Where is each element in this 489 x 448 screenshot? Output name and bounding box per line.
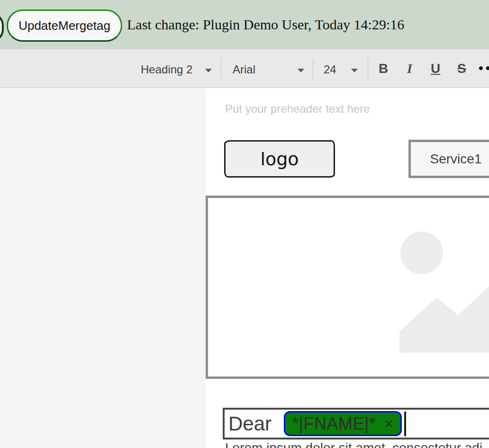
preheader-placeholder[interactable]: Put your preheader text here — [225, 102, 370, 116]
formatting-toolbar: Heading 2 Arial 24 B I U S •• — [0, 49, 489, 88]
greeting-text: Dear — [228, 414, 272, 434]
body-text[interactable]: Lorem ipsum dolor sit amet, consectetur … — [225, 440, 489, 448]
email-canvas: Put your preheader text here logo Servic… — [206, 88, 489, 448]
italic-button[interactable]: I — [407, 61, 412, 76]
update-mergetag-button[interactable]: UpdateMergetag — [7, 9, 122, 42]
toolbar-divider — [221, 58, 221, 79]
logo-placeholder-block[interactable]: logo — [224, 140, 335, 178]
text-cursor — [404, 412, 406, 436]
greeting-text-block[interactable]: Dear *|FNAME|* × — [223, 408, 489, 439]
toolbar-divider — [368, 58, 368, 79]
merge-tag-label: *|FNAME|* — [292, 415, 376, 432]
strikethrough-button[interactable]: S — [457, 61, 466, 76]
underline-button[interactable]: U — [431, 61, 440, 76]
toolbar-divider — [313, 58, 313, 79]
chevron-down-icon — [298, 69, 304, 72]
chevron-down-icon — [205, 69, 212, 72]
image-placeholder-icon — [208, 198, 489, 376]
last-change-text: Last change: Plugin Demo User, Today 14:… — [127, 0, 404, 49]
fname-merge-tag-chip[interactable]: *|FNAME|* × — [284, 411, 402, 436]
font-family-dropdown[interactable]: Arial — [233, 63, 255, 76]
chevron-down-icon — [351, 69, 358, 72]
email-editor-window: UpdateMergetag Last change: Plugin Demo … — [0, 0, 489, 448]
service1-button[interactable]: Service1 — [408, 140, 489, 178]
font-size-dropdown[interactable]: 24 — [324, 63, 336, 76]
status-bar: UpdateMergetag Last change: Plugin Demo … — [0, 0, 489, 49]
image-placeholder-block[interactable] — [206, 196, 489, 379]
bold-button[interactable]: B — [379, 61, 388, 76]
close-icon[interactable]: × — [384, 416, 393, 431]
more-options-icon[interactable]: •• — [479, 61, 489, 76]
paragraph-style-dropdown[interactable]: Heading 2 — [141, 63, 192, 76]
offscreen-pill-button[interactable] — [0, 12, 4, 43]
